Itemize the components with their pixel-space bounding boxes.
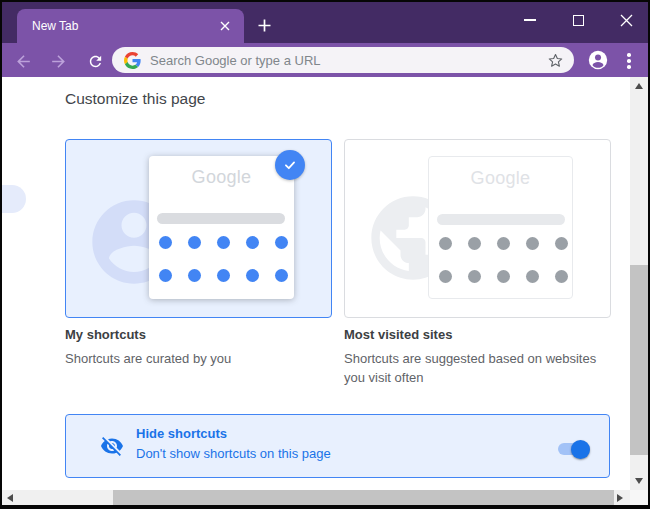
browser-window: New Tab	[0, 0, 650, 509]
thumbnail-search-bar	[437, 214, 565, 225]
card-my-shortcuts[interactable]: Google	[65, 139, 332, 318]
tab-new-tab[interactable]: New Tab	[17, 9, 244, 43]
background-decoration	[2, 185, 26, 213]
toggle-knob	[571, 440, 590, 459]
maximize-icon	[573, 15, 584, 26]
back-button[interactable]	[12, 50, 34, 72]
scroll-left-arrow[interactable]	[7, 494, 13, 502]
toolbar	[2, 43, 648, 77]
minimize-button[interactable]	[516, 4, 544, 36]
card-most-visited-sites[interactable]: Google	[344, 139, 611, 318]
vertical-scrollbar-thumb[interactable]	[630, 265, 648, 455]
search-input[interactable]	[150, 53, 547, 68]
maximize-button[interactable]	[564, 4, 592, 36]
horizontal-scrollbar[interactable]	[2, 490, 630, 505]
profile-button[interactable]	[587, 49, 609, 71]
page-title: Customize this page	[65, 90, 205, 108]
scroll-right-arrow[interactable]	[617, 494, 623, 502]
vertical-scrollbar[interactable]	[630, 77, 648, 490]
shortcut-dot	[439, 237, 452, 250]
card-desc-most-visited: Shortcuts are suggested based on website…	[344, 349, 610, 387]
tab-title: New Tab	[32, 19, 78, 33]
kebab-menu-icon	[627, 53, 631, 57]
reload-button[interactable]	[84, 50, 106, 72]
card-desc-my-shortcuts: Shortcuts are curated by you	[65, 349, 231, 368]
hide-shortcuts-toggle[interactable]	[558, 443, 590, 455]
close-icon	[620, 14, 633, 27]
eye-off-icon	[100, 434, 124, 458]
forward-button[interactable]	[47, 50, 69, 72]
arrow-forward-icon	[49, 52, 68, 71]
arrow-back-icon	[14, 52, 33, 71]
close-window-button[interactable]	[612, 4, 640, 36]
scroll-down-arrow[interactable]	[635, 478, 643, 484]
browser-menu-button[interactable]	[622, 50, 636, 72]
thumbnail-google-logo: Google	[429, 168, 572, 189]
thumbnail-page: Google	[428, 156, 573, 299]
shortcut-dot	[159, 236, 172, 249]
card-title-my-shortcuts: My shortcuts	[65, 327, 146, 342]
new-tab-button[interactable]	[251, 12, 277, 38]
new-tab-page: Customize this page Google	[2, 77, 630, 490]
selected-check-badge	[275, 150, 305, 180]
hide-shortcuts-subtitle: Don't show shortcuts on this page	[136, 446, 331, 461]
star-icon[interactable]	[547, 52, 564, 69]
address-bar[interactable]	[112, 47, 574, 73]
scroll-up-arrow[interactable]	[635, 83, 643, 89]
tab-close-icon[interactable]	[216, 17, 234, 35]
google-logo-icon	[124, 52, 141, 69]
thumbnail-search-bar	[157, 213, 285, 224]
thumbnail-google-logo: Google	[149, 167, 294, 188]
card-title-most-visited: Most visited sites	[344, 327, 452, 342]
refresh-icon	[87, 53, 104, 70]
scrollbar-corner	[630, 490, 648, 505]
avatar-icon	[587, 49, 609, 71]
check-icon	[283, 158, 297, 172]
minimize-icon	[524, 19, 536, 21]
plus-icon	[258, 19, 271, 32]
hide-shortcuts-title: Hide shortcuts	[136, 426, 227, 441]
title-bar: New Tab	[2, 2, 648, 43]
thumbnail-page: Google	[149, 156, 294, 299]
horizontal-scrollbar-thumb[interactable]	[113, 490, 614, 505]
hide-shortcuts-option[interactable]: Hide shortcuts Don't show shortcuts on t…	[65, 414, 610, 478]
